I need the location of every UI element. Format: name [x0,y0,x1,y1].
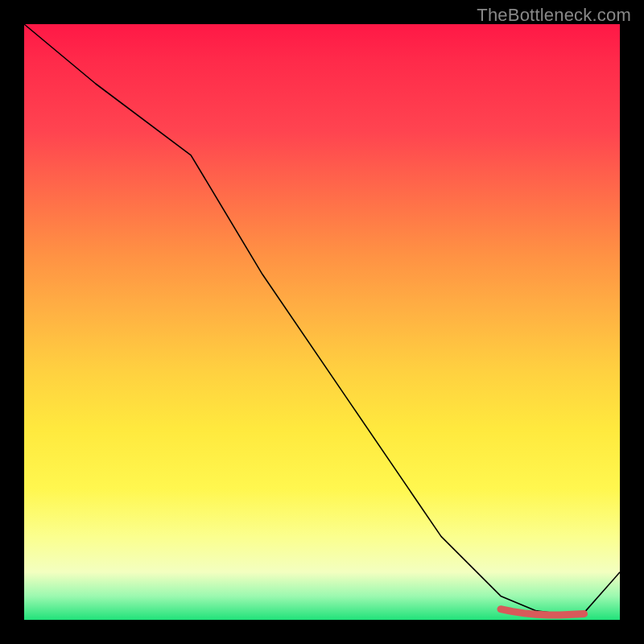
main-curve [24,24,620,614]
marker-band [501,609,584,615]
plot-area [24,24,620,620]
watermark-text: TheBottleneck.com [477,5,631,26]
chart-overlay [24,24,620,620]
chart-frame: TheBottleneck.com [0,0,644,644]
